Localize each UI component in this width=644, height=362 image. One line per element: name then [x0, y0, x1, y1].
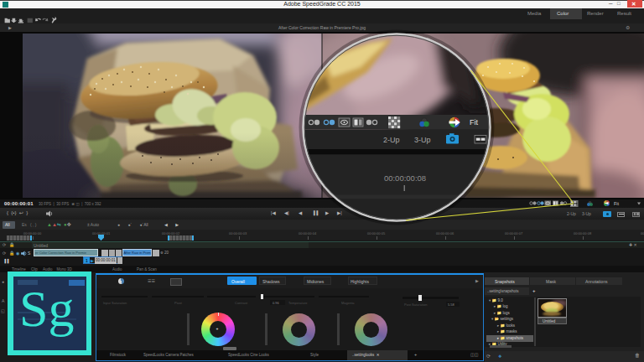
- svg-text:Fit: Fit: [470, 118, 478, 127]
- svg-text:2-Up: 2-Up: [383, 136, 400, 144]
- svg-text:3-Up: 3-Up: [414, 136, 431, 144]
- svg-text:00:00:00:08: 00:00:00:08: [384, 173, 426, 183]
